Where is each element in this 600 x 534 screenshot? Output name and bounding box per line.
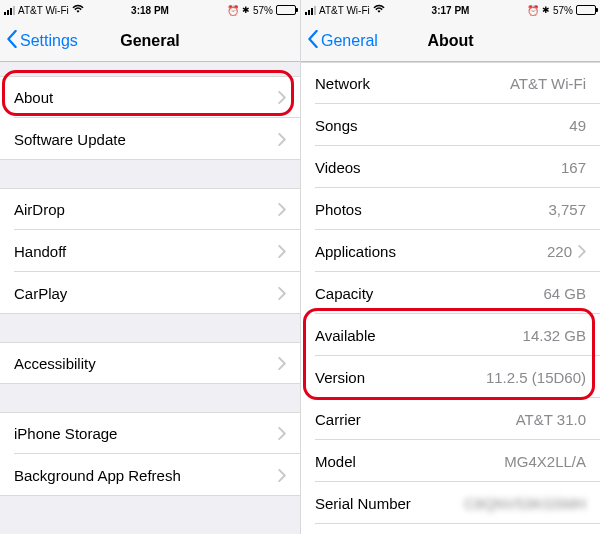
row-value: MG4X2LL/A bbox=[504, 453, 586, 470]
row-videos: Videos 167 bbox=[301, 146, 600, 188]
row-label: CarPlay bbox=[14, 285, 272, 302]
row-label: Background App Refresh bbox=[14, 467, 272, 484]
row-label: Songs bbox=[315, 117, 569, 134]
bluetooth-icon: ✱ bbox=[242, 5, 250, 15]
bluetooth-icon: ✱ bbox=[542, 5, 550, 15]
row-value: 64 GB bbox=[543, 285, 586, 302]
about-list: Network AT&T Wi-Fi Songs 49 Videos 167 P… bbox=[301, 62, 600, 534]
row-label: Network bbox=[315, 75, 510, 92]
row-carrier: Carrier AT&T 31.0 bbox=[301, 398, 600, 440]
wifi-icon bbox=[373, 4, 385, 16]
chevron-right-icon bbox=[278, 427, 286, 440]
status-bar: AT&T Wi-Fi 3:17 PM ⏰ ✱ 57% bbox=[301, 0, 600, 20]
row-accessibility[interactable]: Accessibility bbox=[0, 342, 300, 384]
row-model: Model MG4X2LL/A bbox=[301, 440, 600, 482]
row-label: iPhone Storage bbox=[14, 425, 272, 442]
alarm-icon: ⏰ bbox=[227, 5, 239, 16]
row-label: AirDrop bbox=[14, 201, 272, 218]
row-label: Videos bbox=[315, 159, 561, 176]
row-serial: Serial Number C8QNV53KG5MH bbox=[301, 482, 600, 524]
row-songs: Songs 49 bbox=[301, 104, 600, 146]
back-button[interactable]: General bbox=[307, 30, 378, 52]
row-label: About bbox=[14, 89, 272, 106]
alarm-icon: ⏰ bbox=[527, 5, 539, 16]
row-value: 3,757 bbox=[548, 201, 586, 218]
row-handoff[interactable]: Handoff bbox=[0, 230, 300, 272]
chevron-left-icon bbox=[6, 30, 18, 52]
chevron-right-icon bbox=[278, 287, 286, 300]
chevron-right-icon bbox=[278, 133, 286, 146]
chevron-right-icon bbox=[278, 245, 286, 258]
nav-bar: Settings General bbox=[0, 20, 300, 62]
row-version: Version 11.2.5 (15D60) bbox=[301, 356, 600, 398]
row-value: 167 bbox=[561, 159, 586, 176]
chevron-left-icon bbox=[307, 30, 319, 52]
chevron-right-icon bbox=[278, 469, 286, 482]
row-label: Carrier bbox=[315, 411, 516, 428]
signal-bars-icon bbox=[4, 6, 15, 15]
wifi-icon bbox=[72, 4, 84, 16]
chevron-right-icon bbox=[578, 245, 586, 258]
chevron-right-icon bbox=[278, 203, 286, 216]
chevron-right-icon bbox=[278, 91, 286, 104]
row-value: 11.2.5 (15D60) bbox=[486, 369, 586, 386]
row-photos: Photos 3,757 bbox=[301, 188, 600, 230]
battery-pct: 57% bbox=[253, 5, 273, 16]
row-label: Serial Number bbox=[315, 495, 464, 512]
row-label: Available bbox=[315, 327, 523, 344]
row-wifi-address: Wi-Fi Address 64:76:BA:5C:2F:08 bbox=[301, 524, 600, 534]
row-about[interactable]: About bbox=[0, 76, 300, 118]
row-label: Version bbox=[315, 369, 486, 386]
back-button[interactable]: Settings bbox=[6, 30, 78, 52]
row-label: Applications bbox=[315, 243, 547, 260]
row-label: Model bbox=[315, 453, 504, 470]
row-iphone-storage[interactable]: iPhone Storage bbox=[0, 412, 300, 454]
row-value: 14.32 GB bbox=[523, 327, 586, 344]
row-capacity: Capacity 64 GB bbox=[301, 272, 600, 314]
row-value: C8QNV53KG5MH bbox=[464, 495, 586, 512]
row-value: 49 bbox=[569, 117, 586, 134]
battery-pct: 57% bbox=[553, 5, 573, 16]
row-label: Capacity bbox=[315, 285, 543, 302]
row-background-app-refresh[interactable]: Background App Refresh bbox=[0, 454, 300, 496]
battery-icon bbox=[276, 5, 296, 15]
chevron-right-icon bbox=[278, 357, 286, 370]
row-available: Available 14.32 GB bbox=[301, 314, 600, 356]
status-bar: AT&T Wi-Fi 3:18 PM ⏰ ✱ 57% bbox=[0, 0, 300, 20]
row-network: Network AT&T Wi-Fi bbox=[301, 62, 600, 104]
row-airdrop[interactable]: AirDrop bbox=[0, 188, 300, 230]
carrier-text: AT&T Wi-Fi bbox=[319, 5, 370, 16]
back-label: General bbox=[321, 32, 378, 50]
row-label: Handoff bbox=[14, 243, 272, 260]
battery-icon bbox=[576, 5, 596, 15]
carrier-text: AT&T Wi-Fi bbox=[18, 5, 69, 16]
row-carplay[interactable]: CarPlay bbox=[0, 272, 300, 314]
row-software-update[interactable]: Software Update bbox=[0, 118, 300, 160]
row-label: Accessibility bbox=[14, 355, 272, 372]
row-value: 220 bbox=[547, 243, 572, 260]
nav-bar: General About bbox=[301, 20, 600, 62]
general-list: About Software Update AirDrop Handoff Ca… bbox=[0, 62, 300, 524]
row-applications[interactable]: Applications 220 bbox=[301, 230, 600, 272]
phone-about-screen: AT&T Wi-Fi 3:17 PM ⏰ ✱ 57% General About… bbox=[300, 0, 600, 534]
back-label: Settings bbox=[20, 32, 78, 50]
row-label: Photos bbox=[315, 201, 548, 218]
phone-general-screen: AT&T Wi-Fi 3:18 PM ⏰ ✱ 57% Settings Gene… bbox=[0, 0, 300, 534]
signal-bars-icon bbox=[305, 6, 316, 15]
row-label: Software Update bbox=[14, 131, 272, 148]
row-value: AT&T 31.0 bbox=[516, 411, 586, 428]
row-value: AT&T Wi-Fi bbox=[510, 75, 586, 92]
